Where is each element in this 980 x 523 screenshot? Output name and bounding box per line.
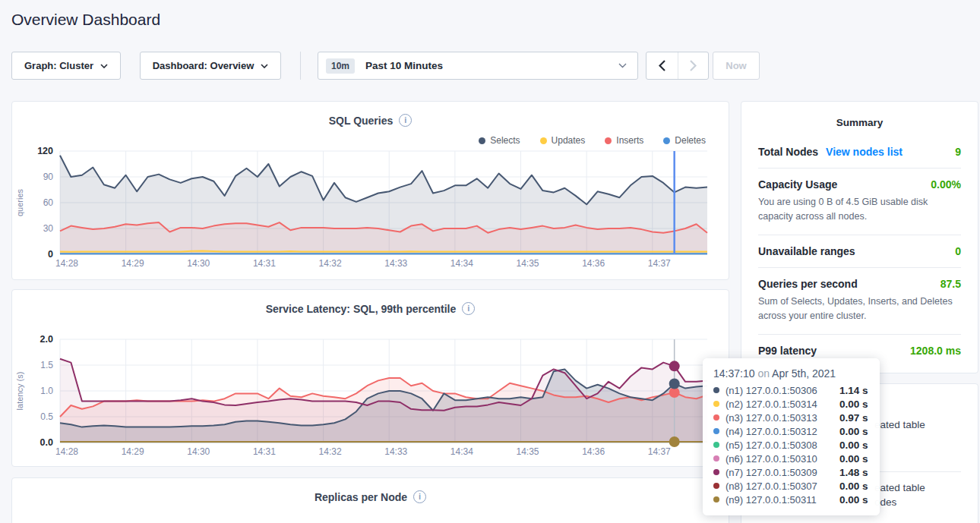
node-address: (n8) 127.0.0.1:50307 bbox=[726, 480, 839, 492]
svg-text:14:34: 14:34 bbox=[450, 258, 473, 269]
p99-latency-value: 1208.0 ms bbox=[910, 345, 961, 357]
svg-text:14:36: 14:36 bbox=[582, 446, 605, 457]
summary-title: Summary bbox=[741, 102, 978, 136]
svg-text:14:36: 14:36 bbox=[582, 258, 605, 269]
time-prev-button[interactable] bbox=[646, 52, 678, 79]
capacity-desc: You are using 0 B of 4.5 GiB usable disk… bbox=[758, 195, 961, 225]
tooltip-node-row: (n9) 127.0.0.1:503110.00 s bbox=[713, 493, 869, 506]
legend-dot bbox=[605, 137, 612, 144]
node-color-dot bbox=[713, 442, 719, 448]
summary-panel: Summary Total Nodes View nodes list 9 Ca… bbox=[741, 101, 978, 373]
node-address: (n7) 127.0.0.1:50309 bbox=[726, 467, 839, 478]
info-icon[interactable]: i bbox=[462, 302, 475, 315]
svg-text:14:31: 14:31 bbox=[253, 258, 276, 269]
node-value: 0.00 s bbox=[839, 440, 868, 451]
legend-item-inserts[interactable]: Inserts bbox=[605, 135, 643, 146]
chart-hover-tooltip: 14:37:10 on Apr 5th, 2021 (n1) 127.0.0.1… bbox=[703, 358, 880, 515]
total-nodes-value: 9 bbox=[955, 146, 961, 158]
p99-latency-label: P99 latency bbox=[758, 345, 817, 357]
svg-text:14:29: 14:29 bbox=[122, 446, 144, 457]
node-value: 1.48 s bbox=[839, 467, 868, 478]
tooltip-node-row: (n2) 127.0.0.1:503140.00 s bbox=[713, 397, 869, 411]
dashboard-dropdown[interactable]: Dashboard: Overview bbox=[140, 52, 281, 80]
service-latency-panel: Service Latency: SQL, 99th percentile i … bbox=[11, 289, 729, 467]
view-nodes-list-link[interactable]: View nodes list bbox=[826, 146, 903, 158]
node-address: (n6) 127.0.0.1:50310 bbox=[726, 453, 839, 465]
svg-text:14:33: 14:33 bbox=[384, 446, 407, 457]
time-next-button[interactable] bbox=[678, 52, 709, 79]
sql-queries-legend: SelectsUpdatesInsertsDeletes bbox=[479, 135, 706, 146]
unavailable-ranges-value: 0 bbox=[955, 245, 961, 257]
tooltip-node-row: (n8) 127.0.0.1:503070.00 s bbox=[713, 479, 869, 493]
now-button[interactable]: Now bbox=[713, 52, 760, 80]
info-icon[interactable]: i bbox=[399, 114, 412, 127]
svg-text:14:30: 14:30 bbox=[187, 258, 210, 269]
node-value: 0.00 s bbox=[839, 494, 868, 506]
tooltip-node-row: (n1) 127.0.0.1:503061.14 s bbox=[713, 383, 869, 397]
svg-text:14:35: 14:35 bbox=[516, 258, 539, 269]
qps-value: 87.5 bbox=[940, 278, 961, 290]
time-range-picker[interactable]: 10m Past 10 Minutes bbox=[318, 52, 638, 80]
node-value: 0.00 s bbox=[839, 426, 868, 437]
sql-queries-title: SQL Queries bbox=[329, 115, 394, 127]
svg-text:0.0: 0.0 bbox=[40, 437, 53, 448]
chevron-down-icon bbox=[261, 64, 268, 68]
svg-text:queries: queries bbox=[15, 188, 24, 216]
legend-item-selects[interactable]: Selects bbox=[479, 135, 520, 146]
svg-text:2.0: 2.0 bbox=[40, 334, 53, 345]
node-address: (n4) 127.0.0.1:50312 bbox=[726, 426, 839, 437]
qps-desc: Sum of Selects, Updates, Inserts, and De… bbox=[758, 295, 961, 324]
legend-item-updates[interactable]: Updates bbox=[540, 135, 586, 146]
svg-text:14:31: 14:31 bbox=[253, 446, 276, 457]
svg-text:0.5: 0.5 bbox=[40, 411, 53, 422]
node-address: (n1) 127.0.0.1:50306 bbox=[726, 385, 839, 396]
svg-text:14:37: 14:37 bbox=[648, 446, 671, 457]
svg-text:90: 90 bbox=[43, 172, 54, 182]
chevron-down-icon bbox=[618, 63, 627, 68]
toolbar-divider bbox=[300, 52, 301, 80]
svg-text:14:28: 14:28 bbox=[55, 258, 78, 269]
graph-dropdown[interactable]: Graph: Cluster bbox=[11, 52, 121, 80]
svg-text:14:34: 14:34 bbox=[450, 446, 473, 457]
tooltip-node-row: (n3) 127.0.0.1:503130.97 s bbox=[713, 411, 869, 424]
chevron-down-icon bbox=[100, 64, 108, 68]
node-color-dot bbox=[713, 387, 719, 393]
total-nodes-label: Total Nodes bbox=[758, 146, 818, 158]
node-color-dot bbox=[713, 455, 719, 462]
sql-queries-chart[interactable]: 030609012014:2814:2914:3014:3114:3214:33… bbox=[12, 147, 730, 276]
legend-label: Inserts bbox=[616, 135, 643, 146]
event-text-fragment: eated table bbox=[874, 419, 925, 430]
tooltip-node-row: (n4) 127.0.0.1:503120.00 s bbox=[713, 424, 869, 438]
replicas-per-node-title: Replicas per Node bbox=[315, 491, 407, 503]
service-latency-title: Service Latency: SQL, 99th percentile bbox=[266, 303, 457, 315]
tooltip-timestamp: 14:37:10 on Apr 5th, 2021 bbox=[713, 367, 869, 380]
svg-text:0: 0 bbox=[48, 249, 53, 260]
legend-dot bbox=[540, 137, 547, 144]
legend-label: Deletes bbox=[675, 135, 706, 146]
graph-dropdown-label: Graph: Cluster bbox=[24, 60, 93, 71]
node-color-dot bbox=[713, 496, 719, 503]
legend-item-deletes[interactable]: Deletes bbox=[663, 135, 706, 146]
svg-text:14:37: 14:37 bbox=[648, 258, 671, 269]
node-value: 0.00 s bbox=[839, 480, 868, 492]
legend-dot bbox=[663, 137, 670, 144]
chevron-left-icon bbox=[659, 60, 665, 71]
summary-row-total-nodes: Total Nodes View nodes list 9 bbox=[758, 136, 961, 169]
tooltip-on: on bbox=[755, 367, 773, 380]
legend-dot bbox=[479, 137, 485, 144]
service-latency-chart[interactable]: 0.00.51.01.52.014:2814:2914:3014:3114:32… bbox=[12, 335, 730, 464]
node-color-dot bbox=[713, 428, 719, 434]
chevron-right-icon bbox=[690, 60, 697, 71]
svg-text:14:29: 14:29 bbox=[122, 258, 144, 269]
summary-row-unavailable: Unavailable ranges 0 bbox=[758, 235, 961, 268]
tooltip-node-row: (n7) 127.0.0.1:503091.48 s bbox=[713, 465, 869, 479]
toolbar: Graph: Cluster Dashboard: Overview 10m P… bbox=[0, 52, 980, 80]
dashboard-dropdown-label: Dashboard: Overview bbox=[153, 60, 254, 71]
info-icon[interactable]: i bbox=[413, 490, 426, 503]
svg-text:60: 60 bbox=[43, 197, 54, 208]
node-color-dot bbox=[713, 469, 719, 475]
replicas-per-node-panel: Replicas per Node i bbox=[11, 477, 729, 523]
node-address: (n9) 127.0.0.1:50311 bbox=[726, 494, 839, 506]
node-value: 0.00 s bbox=[839, 453, 868, 465]
legend-label: Updates bbox=[552, 135, 586, 146]
